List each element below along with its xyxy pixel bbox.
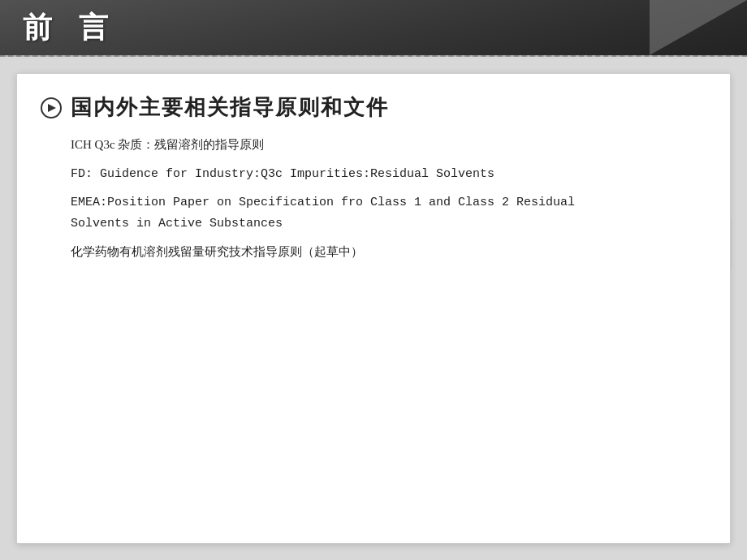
list-item: EMEA:Position Paper on Specification fro… (71, 192, 707, 234)
page-title: 前 言 (23, 8, 118, 48)
content-card: 国内外主要相关指导原则和文件 ICH Q3c 杂质：残留溶剂的指导原则 FD: … (16, 73, 731, 544)
content-list: ICH Q3c 杂质：残留溶剂的指导原则 FD: Guidence for In… (71, 135, 707, 263)
list-item: FD: Guidence for Industry:Q3c Impurities… (71, 164, 707, 185)
list-item: ICH Q3c 杂质：残留溶剂的指导原则 (71, 135, 707, 156)
section-heading: 国内外主要相关指导原则和文件 (40, 93, 707, 122)
list-item: 化学药物有机溶剂残留量研究技术指导原则（起草中） (71, 242, 707, 263)
main-content: Hosting Domain 国内外主要相关指导原则和文件 (0, 57, 747, 560)
section-title: 国内外主要相关指导原则和文件 (71, 93, 389, 122)
header-bar: 前 言 (0, 0, 747, 55)
svg-marker-43 (48, 104, 56, 112)
section-arrow-icon (40, 97, 63, 119)
header-decoration (650, 0, 747, 55)
